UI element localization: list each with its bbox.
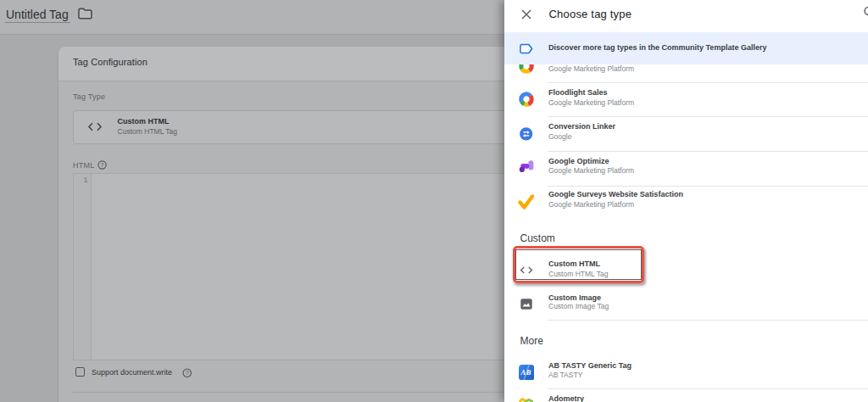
svg-text:?: ? xyxy=(101,161,104,167)
svg-text:AB: AB xyxy=(520,368,531,377)
svg-text:?: ? xyxy=(185,370,188,376)
